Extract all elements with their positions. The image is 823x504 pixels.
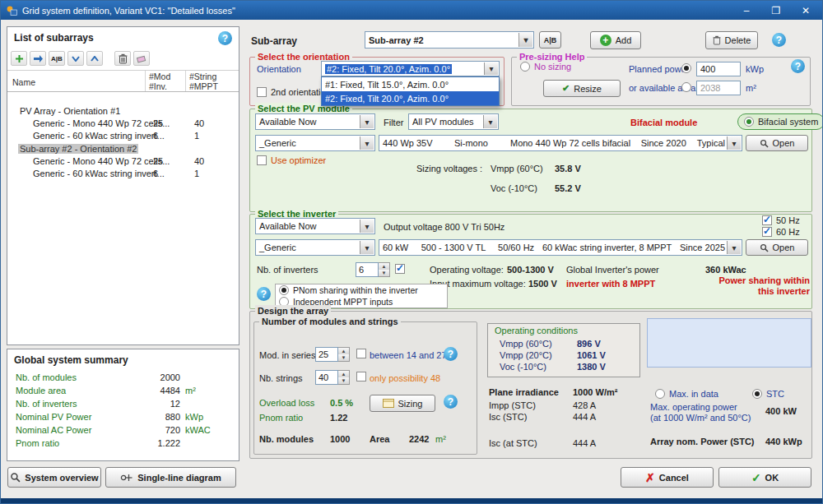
rename-ab-button[interactable]: A|B <box>49 51 65 66</box>
sharing-help-icon[interactable]: ? <box>257 287 271 301</box>
plane-irradiance-label: Plane irradiance <box>489 387 559 397</box>
tree-row[interactable]: Generic - 60 kWac string invert... 6 1 <box>8 168 238 180</box>
presizing-legend: Pre-sizing Help <box>517 51 587 62</box>
mod-series-help-icon[interactable]: ? <box>444 347 458 361</box>
add-subarray-button[interactable]: + Add <box>590 31 641 49</box>
bifacial-system-radio[interactable] <box>744 117 754 127</box>
inverter-model-select[interactable]: 60 kW 500 - 1300 V TL 50/60 Hz 60 kWac s… <box>379 239 742 256</box>
ok-button[interactable]: ✓ OK <box>718 467 811 488</box>
overload-loss-value: 0.5 % <box>330 398 353 408</box>
subarrays-help-icon[interactable]: ? <box>218 31 232 45</box>
presizing-group: Pre-sizing Help ? No sizing ✔ Resize Pla… <box>511 57 811 106</box>
inverter-manufacturer-select[interactable]: _Generic <box>255 239 375 256</box>
only-possibility-checkbox[interactable] <box>356 372 366 381</box>
sizing-window-icon <box>383 399 394 408</box>
grid-system-definition-window: Grid system definition, Variant VC1: "De… <box>0 0 823 504</box>
subarray-select[interactable]: Sub-array #2 <box>365 31 534 49</box>
opcond-label: Vmpp (60°C) <box>500 339 552 349</box>
freq-50hz-row: 50 Hz <box>762 215 800 225</box>
planned-power-label: Planned power <box>629 64 689 74</box>
trash-icon <box>713 35 721 45</box>
close-button[interactable]: ✕ <box>791 2 821 19</box>
summary-title: Global system summary <box>14 354 128 366</box>
magnifier-icon <box>10 472 21 483</box>
available-area-radio[interactable] <box>681 82 691 92</box>
sizing-help-icon[interactable]: ? <box>444 395 458 409</box>
nb-inverters-auto-checkbox[interactable] <box>395 264 405 274</box>
move-down-icon[interactable] <box>67 51 84 66</box>
column-string: #String <box>189 72 216 81</box>
move-up-icon[interactable] <box>86 51 103 66</box>
nb-strings-stepper[interactable]: 40▲▼ <box>315 370 350 385</box>
open-pv-module-button[interactable]: Open <box>746 135 808 151</box>
orientation-option[interactable]: #1: Fixed, Tilt 15.0°, Azim. 0.0° <box>322 77 499 91</box>
planned-power-radio[interactable] <box>681 63 691 73</box>
pnom-sharing-row: PNom sharing within the inverter <box>279 285 418 295</box>
operating-conditions-box: Operating conditions Vmpp (60°C) 896 V V… <box>487 323 640 377</box>
no-sizing-radio[interactable] <box>520 62 530 72</box>
tree-row[interactable]: Generic - Mono 440 Wp 72 cells... 25 40 <box>8 155 238 168</box>
sizing-voltages-label: Sizing voltages : <box>416 164 482 173</box>
between-checkbox[interactable] <box>356 349 366 358</box>
pv-module-select[interactable]: 440 Wp 35V Si-mono Mono 440 Wp 72 cells … <box>379 135 742 151</box>
planned-power-unit: kWp <box>746 64 764 74</box>
cancel-button[interactable]: ✗ Cancel <box>621 467 714 488</box>
isc-at-stc-value: 444 A <box>573 438 596 448</box>
freq-50hz-checkbox[interactable] <box>762 215 772 225</box>
pv-availability-select[interactable]: Available Now <box>255 113 375 130</box>
orientation-option[interactable]: #2: Fixed, Tilt 20.0°, Azim. 0.0° <box>322 91 499 105</box>
summary-unit: m² <box>185 386 196 395</box>
max-operating-power-value: 400 kW <box>765 406 797 416</box>
move-item-icon[interactable] <box>30 51 46 66</box>
tree-row-selected[interactable]: Sub-array #2 - Orientation #2 <box>8 143 238 155</box>
overload-loss-label: Overload loss <box>259 398 314 408</box>
pv-manufacturer-select[interactable]: _Generic <box>255 135 375 151</box>
sizing-button[interactable]: Sizing <box>370 395 435 412</box>
subarray-help-icon[interactable]: ? <box>772 33 786 47</box>
stc-label: STC <box>766 389 784 399</box>
second-orientation-row: 2nd orientation <box>257 87 331 97</box>
system-overview-button[interactable]: System overview <box>7 467 101 488</box>
delete-subarray-icon[interactable] <box>114 51 131 66</box>
summary-value: 2000 <box>114 372 180 382</box>
opcond-value: 1061 V <box>577 350 606 360</box>
tree-row[interactable]: PV Array - Orientation #1 <box>8 105 238 118</box>
subarrays-title: List of subarrays <box>14 32 94 44</box>
available-area-input[interactable]: 2038 <box>696 81 741 95</box>
power-sharing-note: Power sharing within this inverter <box>695 275 810 297</box>
freq-60hz-checkbox[interactable] <box>762 227 772 237</box>
nb-inverters-label: Nb. of inverters <box>257 265 319 275</box>
bifacial-system-toggle[interactable]: Bifacial system <box>737 113 823 130</box>
design-array-legend: Design the array <box>255 305 331 317</box>
tree-row[interactable]: Generic - 60 kWac string invert... 6 1 <box>8 130 238 142</box>
max-in-data-radio[interactable] <box>655 389 665 399</box>
second-orientation-checkbox[interactable] <box>257 87 267 97</box>
open-inverter-button[interactable]: Open <box>746 239 808 256</box>
inverter-availability-select[interactable]: Available Now <box>255 218 375 234</box>
tree-row[interactable]: Generic - Mono 440 Wp 72 cells... 25 40 <box>8 118 238 130</box>
delete-subarray-button[interactable]: Delete <box>705 31 758 49</box>
add-subarray-button[interactable] <box>11 51 27 66</box>
impp-stc-value: 428 A <box>573 400 596 410</box>
resize-button[interactable]: ✔ Resize <box>543 80 621 97</box>
array-nom-power-label: Array nom. Power (STC) <box>650 437 755 446</box>
minimize-button[interactable]: – <box>732 2 761 19</box>
pnom-sharing-radio[interactable] <box>279 285 289 295</box>
planned-power-input[interactable]: 400 <box>696 62 741 76</box>
stc-row: STC <box>752 389 784 399</box>
max-in-data-label: Max. in data <box>669 389 718 399</box>
mod-series-stepper[interactable]: 25▲▼ <box>315 347 350 362</box>
opcond-value: 1380 V <box>577 362 606 372</box>
stc-radio[interactable] <box>752 389 762 399</box>
maximize-button[interactable]: ❐ <box>761 2 791 19</box>
rename-ab-button[interactable]: A|B <box>539 31 561 49</box>
pv-filter-select[interactable]: All PV modules <box>408 113 499 130</box>
summary-value: 720 <box>114 425 180 435</box>
single-line-diagram-button[interactable]: Single-line diagram <box>105 467 236 488</box>
eraser-icon[interactable] <box>133 51 150 66</box>
presizing-help-icon[interactable]: ? <box>791 59 805 73</box>
subarray-detail-panel: Sub-array Sub-array #2 A|B + Add Delete … <box>244 26 818 461</box>
nb-inverters-stepper[interactable]: 6 ▲▼ <box>356 262 390 277</box>
orientation-select[interactable]: #2: Fixed, Tilt 20.0°, Azim. 0.0° <box>321 61 500 76</box>
use-optimizer-checkbox[interactable] <box>257 155 267 165</box>
